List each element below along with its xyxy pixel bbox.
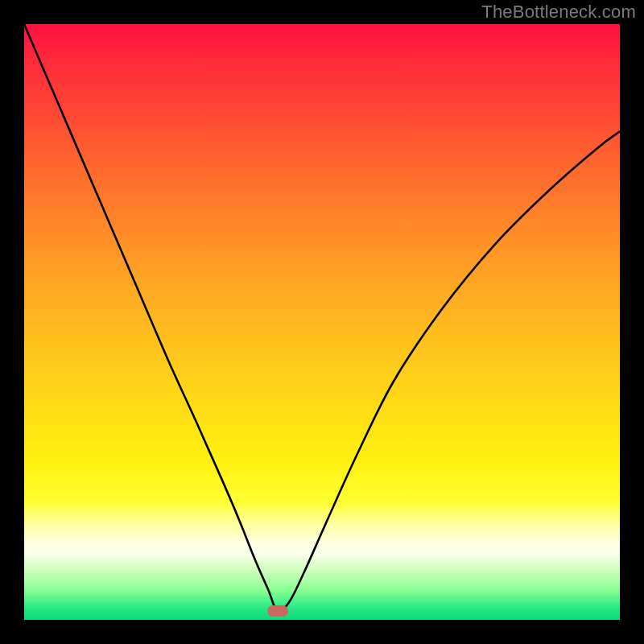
watermark-text: TheBottleneck.com [481, 3, 636, 21]
bottleneck-curve [24, 24, 620, 620]
plot-area [24, 24, 620, 620]
minimum-marker [267, 605, 288, 617]
chart-stage: TheBottleneck.com [0, 0, 644, 644]
